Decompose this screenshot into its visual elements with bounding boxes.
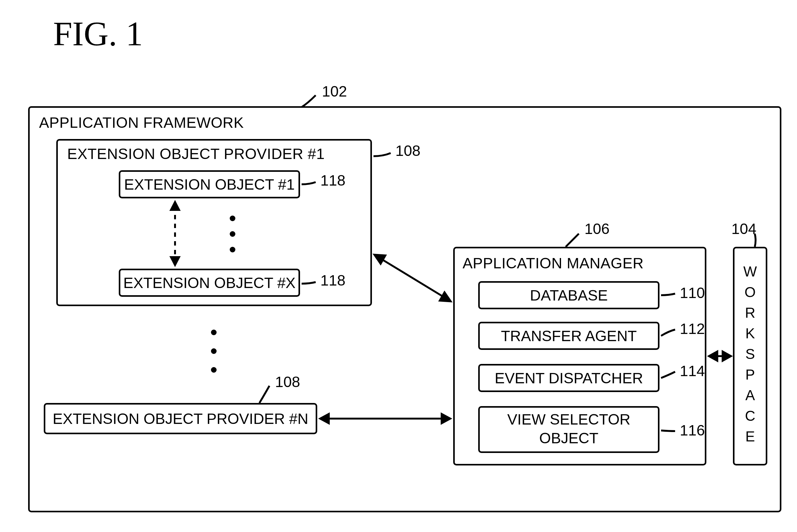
provider-n-box: EXTENSION OBJECT PROVIDER #N: [44, 403, 317, 434]
ref-118-top: 118: [320, 172, 345, 189]
workspace-label: WORKSPACE: [742, 263, 759, 449]
event-dispatcher-label: EVENT DISPATCHER: [495, 369, 643, 387]
extension-object-x-label: EXTENSION OBJECT #X: [123, 274, 295, 291]
ellipsis-dot: [211, 348, 217, 354]
view-selector-line1: VIEW SELECTOR: [480, 411, 658, 428]
ellipsis-dot: [211, 329, 217, 335]
view-selector-line2: OBJECT: [480, 430, 658, 447]
ref-112: 112: [680, 320, 705, 337]
transfer-agent-label: TRANSFER AGENT: [501, 327, 637, 345]
diagram-canvas: FIG. 1 102 APPLICATION FRAMEWORK EXTENSI…: [0, 0, 797, 532]
ref-118-bottom: 118: [320, 272, 345, 289]
workspace-box: WORKSPACE: [733, 247, 767, 466]
transfer-agent-box: TRANSFER AGENT: [478, 322, 660, 350]
view-selector-box: VIEW SELECTOR OBJECT: [478, 406, 660, 453]
ref-116: 116: [680, 422, 705, 439]
ellipsis-dot: [230, 247, 235, 252]
database-label: DATABASE: [530, 287, 608, 304]
application-manager-title: APPLICATION MANAGER: [463, 254, 644, 272]
ref-114: 114: [680, 362, 705, 380]
extension-object-1-box: EXTENSION OBJECT #1: [119, 170, 300, 198]
provider-n-title: EXTENSION OBJECT PROVIDER #N: [53, 410, 309, 428]
ref-102: 102: [322, 83, 347, 100]
ellipsis-dot: [230, 231, 235, 237]
ref-108-bottom: 108: [275, 373, 300, 391]
ref-106: 106: [585, 220, 610, 238]
provider-1-title: EXTENSION OBJECT PROVIDER #1: [67, 145, 325, 163]
ref-110: 110: [680, 284, 705, 302]
extension-object-x-box: EXTENSION OBJECT #X: [119, 269, 300, 297]
database-box: DATABASE: [478, 281, 660, 309]
figure-title: FIG. 1: [53, 14, 143, 54]
ellipsis-dot: [211, 367, 217, 373]
event-dispatcher-box: EVENT DISPATCHER: [478, 364, 660, 392]
ref-108-top: 108: [395, 142, 420, 159]
extension-object-1-label: EXTENSION OBJECT #1: [124, 176, 295, 193]
application-framework-title: APPLICATION FRAMEWORK: [39, 114, 244, 131]
ref-104: 104: [731, 220, 756, 238]
ellipsis-dot: [230, 215, 235, 221]
